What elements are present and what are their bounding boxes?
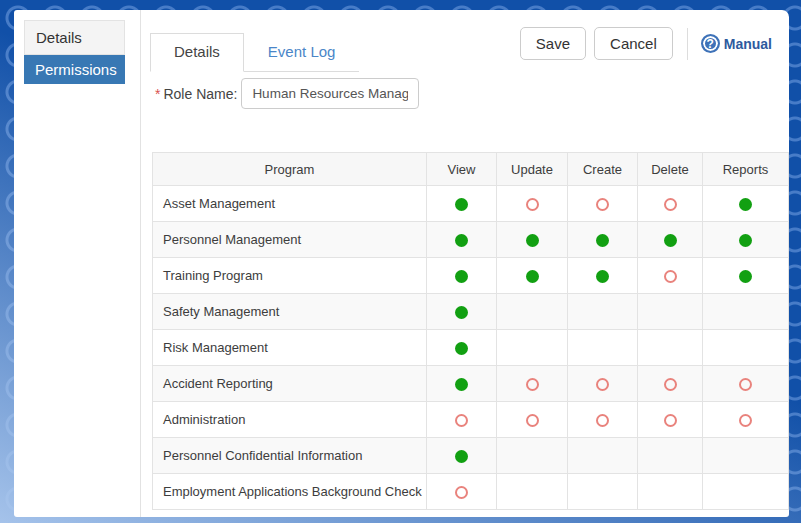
tab-label: Details [174,43,220,60]
permission-cell [638,294,703,330]
permission-denied-dot[interactable] [596,378,609,391]
table-row: Personnel Management [153,222,789,258]
permission-cell [703,438,789,474]
tab-event-log[interactable]: Event Log [244,33,360,71]
permission-denied-dot[interactable] [455,414,468,427]
sidebar-item-permissions[interactable]: Permissions [24,55,125,84]
program-name-cell: Asset Management [153,186,427,222]
role-editor-screen: { "sidebar": { "items": [ { "label": "De… [0,0,801,523]
permission-cell [638,366,703,402]
permission-granted-dot[interactable] [739,270,752,283]
sidebar-item-label: Permissions [35,61,117,78]
program-name-cell: Accident Reporting [153,366,427,402]
permission-cell [638,330,703,366]
permission-cell [703,474,789,510]
program-name-cell: Safety Management [153,294,427,330]
permissions-table: ProgramViewUpdateCreateDeleteReports Ass… [152,152,789,510]
cancel-button[interactable]: Cancel [594,27,673,60]
manual-link[interactable]: ? Manual [701,34,772,53]
column-header-program: Program [153,153,427,186]
permission-cell [703,258,789,294]
permission-denied-dot[interactable] [664,198,677,211]
sidebar-item-details[interactable]: Details [24,20,125,55]
permission-denied-dot[interactable] [596,198,609,211]
table-header-row: ProgramViewUpdateCreateDeleteReports [153,153,789,186]
table-row: Training Program [153,258,789,294]
permission-cell [568,294,638,330]
program-name-cell: Risk Management [153,330,427,366]
program-name-cell: Administration [153,402,427,438]
permission-denied-dot[interactable] [664,270,677,283]
permission-cell [497,474,568,510]
permission-granted-dot[interactable] [664,234,677,247]
permission-cell [568,330,638,366]
permission-cell [497,294,568,330]
permission-cell [568,402,638,438]
permission-cell [638,222,703,258]
permission-granted-dot[interactable] [739,234,752,247]
permission-cell [497,222,568,258]
permission-denied-dot[interactable] [526,414,539,427]
main-content: Details Event Log Save Cancel ? Manual *… [141,10,789,517]
permission-cell [427,402,497,438]
column-header-create: Create [568,153,638,186]
permission-cell [497,402,568,438]
permission-granted-dot[interactable] [526,270,539,283]
permission-cell [703,294,789,330]
permission-denied-dot[interactable] [526,198,539,211]
column-header-delete: Delete [638,153,703,186]
table-row: Accident Reporting [153,366,789,402]
permission-granted-dot[interactable] [455,270,468,283]
role-name-label: Role Name: [163,86,237,102]
permission-denied-dot[interactable] [664,414,677,427]
permission-denied-dot[interactable] [455,486,468,499]
permission-cell [638,186,703,222]
permission-cell [568,366,638,402]
permission-cell [427,366,497,402]
program-name-cell: Employment Applications Background Check [153,474,427,510]
question-mark-icon: ? [701,34,720,53]
permission-cell [703,222,789,258]
permission-granted-dot[interactable] [739,198,752,211]
save-button[interactable]: Save [520,27,586,60]
tab-details[interactable]: Details [150,33,244,72]
sidebar: Details Permissions [14,10,141,517]
permission-granted-dot[interactable] [455,378,468,391]
permission-cell [568,222,638,258]
program-name-cell: Personnel Management [153,222,427,258]
permission-cell [638,258,703,294]
permission-cell [497,186,568,222]
table-row: Employment Applications Background Check [153,474,789,510]
tab-label: Event Log [268,43,336,60]
permission-granted-dot[interactable] [455,450,468,463]
content-panel: Details Permissions Details Event Log Sa… [14,10,789,517]
permission-denied-dot[interactable] [596,414,609,427]
permission-granted-dot[interactable] [526,234,539,247]
permission-cell [703,186,789,222]
permission-cell [427,330,497,366]
permission-granted-dot[interactable] [455,342,468,355]
permission-granted-dot[interactable] [455,234,468,247]
table-row: Administration [153,402,789,438]
permission-granted-dot[interactable] [596,234,609,247]
permission-denied-dot[interactable] [664,378,677,391]
permission-granted-dot[interactable] [455,198,468,211]
permission-denied-dot[interactable] [739,414,752,427]
permission-cell [568,258,638,294]
permission-cell [427,438,497,474]
permission-granted-dot[interactable] [596,270,609,283]
manual-label: Manual [724,36,772,52]
permission-cell [638,438,703,474]
permission-cell [568,186,638,222]
permission-cell [427,258,497,294]
permission-cell [427,222,497,258]
column-header-reports: Reports [703,153,789,186]
role-name-input[interactable] [241,78,419,109]
permission-cell [638,402,703,438]
permission-granted-dot[interactable] [455,306,468,319]
permission-denied-dot[interactable] [739,378,752,391]
role-name-row: * Role Name: [155,78,789,109]
permission-denied-dot[interactable] [526,378,539,391]
permission-cell [427,474,497,510]
permission-cell [703,402,789,438]
